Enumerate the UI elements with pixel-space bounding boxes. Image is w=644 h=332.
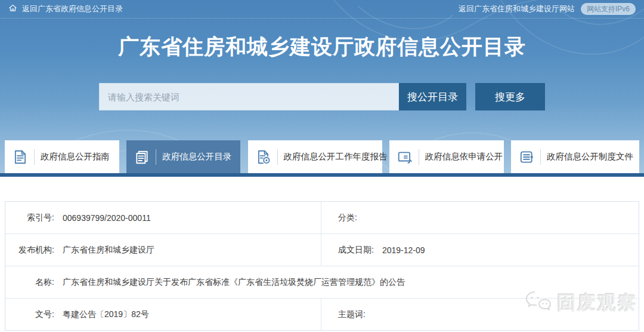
issuing-agency-label: 发布机构:: [5, 245, 54, 256]
issuing-agency-cell: 发布机构: 广东省住房和城乡建设厅: [5, 234, 321, 266]
issuing-agency-value: 广东省住房和城乡建设厅: [63, 245, 154, 256]
annual-report-icon: [256, 149, 271, 165]
issue-date-label: 成文日期:: [338, 245, 374, 256]
header-banner: 返回广东省政府信息公开目录 返回广东省住房和城乡建设厅网站 网站支持IPv6 广…: [0, 0, 644, 177]
table-row-name: 名称: 广东省住房和城乡建设厅关于发布广东省标准《广东省生活垃圾焚烧厂运营管理规…: [5, 266, 639, 298]
content-area: 索引号: 006939799/2020-00011 分类: 发布机构: 广东省住…: [0, 177, 644, 332]
tab-annual-report[interactable]: 政府信息公开工作年度报告: [248, 140, 382, 173]
tab-bar: 政府信息公开指南 政府信息公开目录: [5, 140, 639, 173]
index-number-cell: 索引号: 006939799/2020-00011: [5, 202, 321, 233]
index-number-label: 索引号:: [5, 213, 54, 223]
tab-label: 政府信息公开制度文件: [547, 151, 633, 162]
tab-label: 政府信息依申请公开: [425, 151, 503, 162]
page-title: 广东省住房和城乡建设厅政府信息公开目录: [0, 34, 644, 59]
catalog-documents-icon: [134, 149, 150, 165]
search-bar: 搜公开目录 搜更多: [0, 83, 644, 110]
document-number-value: 粤建公告〔2019〕82号: [63, 309, 149, 320]
apply-disclosure-icon: [397, 149, 413, 165]
tab-label: 政府信息公开工作年度报告: [284, 151, 388, 162]
tab-label: 政府信息公开指南: [41, 151, 110, 162]
tab-gov-info-catalog[interactable]: 政府信息公开目录: [126, 140, 240, 173]
document-number-label: 文号:: [5, 309, 54, 320]
table-row-agency-date: 发布机构: 广东省住房和城乡建设厅 成文日期: 2019-12-09: [5, 233, 639, 266]
keywords-cell: 主题词:: [321, 299, 639, 330]
document-detail-table: 索引号: 006939799/2020-00011 分类: 发布机构: 广东省住…: [5, 201, 639, 331]
search-input[interactable]: [99, 83, 399, 110]
category-cell: 分类:: [321, 202, 639, 233]
tab-label: 政府信息公开目录: [162, 151, 231, 162]
tab-divider: [156, 149, 156, 165]
keywords-label: 主题词:: [338, 309, 366, 320]
issue-date-cell: 成文日期: 2019-12-09: [321, 234, 639, 266]
tab-divider: [277, 149, 278, 165]
tab-policy-files[interactable]: 政府信息公开制度文件: [511, 140, 639, 173]
back-to-gov-directory-label: 返回广东省政府信息公开目录: [22, 4, 123, 14]
tab-apply-disclosure[interactable]: 政府信息依申请公开: [389, 140, 504, 173]
tab-divider: [419, 149, 419, 165]
index-number-value: 006939799/2020-00011: [63, 213, 151, 223]
policy-file-icon: [519, 149, 534, 165]
header-bottom-bar: [0, 173, 644, 177]
tab-divider: [540, 149, 541, 165]
search-catalog-button[interactable]: 搜公开目录: [399, 83, 466, 110]
back-to-dept-site-link[interactable]: 返回广东省住房和城乡建设厅网站: [459, 4, 575, 14]
document-name-label: 名称:: [5, 277, 54, 288]
home-icon: [8, 4, 17, 14]
tab-gov-info-guide[interactable]: 政府信息公开指南: [5, 140, 119, 173]
topbar-right: 返回广东省住房和城乡建设厅网站 网站支持IPv6: [459, 3, 636, 15]
ipv6-support-badge: 网站支持IPv6: [581, 3, 636, 15]
page: 返回广东省政府信息公开目录 返回广东省住房和城乡建设厅网站 网站支持IPv6 广…: [0, 0, 644, 332]
document-name-cell: 名称: 广东省住房和城乡建设厅关于发布广东省标准《广东省生活垃圾焚烧厂运营管理规…: [5, 266, 639, 298]
document-number-cell: 文号: 粤建公告〔2019〕82号: [5, 299, 321, 330]
search-more-button[interactable]: 搜更多: [475, 83, 545, 110]
category-label: 分类:: [338, 213, 357, 223]
back-to-gov-directory-link[interactable]: 返回广东省政府信息公开目录: [8, 4, 123, 14]
table-row-index-category: 索引号: 006939799/2020-00011 分类:: [5, 202, 639, 233]
tab-divider: [34, 149, 35, 165]
table-row-docnum-keywords: 文号: 粤建公告〔2019〕82号 主题词:: [5, 298, 639, 330]
issue-date-value: 2019-12-09: [382, 245, 425, 255]
guide-document-icon: [13, 149, 28, 165]
topbar: 返回广东省政府信息公开目录 返回广东省住房和城乡建设厅网站 网站支持IPv6: [0, 0, 644, 19]
document-name-value: 广东省住房和城乡建设厅关于发布广东省标准《广东省生活垃圾焚烧厂运营管理规范》的公…: [63, 277, 405, 288]
